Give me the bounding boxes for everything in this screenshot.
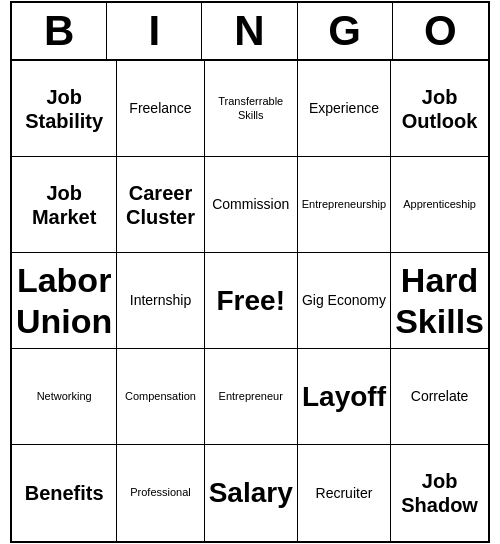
cell-text-21: Professional: [130, 486, 191, 499]
cell-12: Free!: [205, 253, 298, 349]
cell-text-13: Gig Economy: [302, 292, 386, 309]
letter-B: B: [12, 3, 107, 59]
cell-text-20: Benefits: [25, 481, 104, 505]
cell-17: Entrepreneur: [205, 349, 298, 445]
cell-text-6: Career Cluster: [121, 181, 199, 229]
cell-11: Internship: [117, 253, 204, 349]
cell-4: Job Outlook: [391, 61, 488, 157]
cell-1: Freelance: [117, 61, 204, 157]
cell-text-19: Correlate: [411, 388, 469, 405]
cell-19: Correlate: [391, 349, 488, 445]
cell-9: Apprenticeship: [391, 157, 488, 253]
cell-21: Professional: [117, 445, 204, 541]
cell-text-9: Apprenticeship: [403, 198, 476, 211]
cell-text-5: Job Market: [16, 181, 112, 229]
cell-13: Gig Economy: [298, 253, 391, 349]
cell-text-4: Job Outlook: [395, 85, 484, 133]
cell-text-2: Transferrable Skills: [209, 95, 293, 121]
cell-text-7: Commission: [212, 196, 289, 213]
cell-23: Recruiter: [298, 445, 391, 541]
cell-text-14: Hard Skills: [395, 260, 484, 342]
cell-8: Entrepreneurship: [298, 157, 391, 253]
cell-text-18: Layoff: [302, 380, 386, 414]
cell-2: Transferrable Skills: [205, 61, 298, 157]
cell-3: Experience: [298, 61, 391, 157]
cell-text-1: Freelance: [129, 100, 191, 117]
cell-20: Benefits: [12, 445, 117, 541]
letter-G: G: [298, 3, 393, 59]
cell-18: Layoff: [298, 349, 391, 445]
letter-O: O: [393, 3, 488, 59]
cell-text-16: Compensation: [125, 390, 196, 403]
cell-text-15: Networking: [37, 390, 92, 403]
letter-N: N: [202, 3, 297, 59]
letter-I: I: [107, 3, 202, 59]
cell-text-22: Salary: [209, 476, 293, 510]
cell-0: Job Stability: [12, 61, 117, 157]
cell-5: Job Market: [12, 157, 117, 253]
bingo-header: BINGO: [12, 3, 488, 61]
cell-text-3: Experience: [309, 100, 379, 117]
cell-10: Labor Union: [12, 253, 117, 349]
cell-text-24: Job Shadow: [395, 469, 484, 517]
cell-text-8: Entrepreneurship: [302, 198, 386, 211]
cell-6: Career Cluster: [117, 157, 204, 253]
bingo-card: BINGO Job StabilityFreelanceTransferrabl…: [10, 1, 490, 543]
cell-text-23: Recruiter: [316, 485, 373, 502]
cell-15: Networking: [12, 349, 117, 445]
cell-14: Hard Skills: [391, 253, 488, 349]
cell-text-12: Free!: [216, 284, 284, 318]
bingo-grid: Job StabilityFreelanceTransferrable Skil…: [12, 61, 488, 541]
cell-text-0: Job Stability: [16, 85, 112, 133]
cell-text-10: Labor Union: [16, 260, 112, 342]
cell-22: Salary: [205, 445, 298, 541]
cell-7: Commission: [205, 157, 298, 253]
cell-text-17: Entrepreneur: [219, 390, 283, 403]
cell-text-11: Internship: [130, 292, 191, 309]
cell-16: Compensation: [117, 349, 204, 445]
cell-24: Job Shadow: [391, 445, 488, 541]
